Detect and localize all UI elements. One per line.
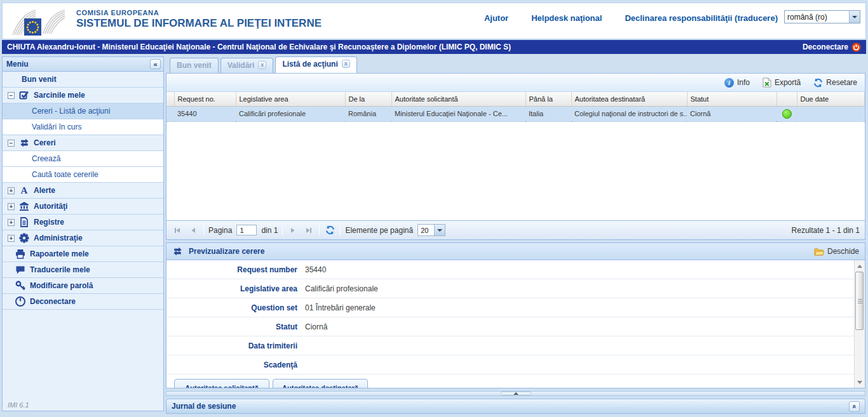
- vertical-scrollbar[interactable]: [854, 260, 865, 388]
- next-page-button[interactable]: [287, 225, 299, 236]
- expand-plus-icon[interactable]: +: [8, 235, 15, 242]
- splitter-handle[interactable]: [501, 392, 531, 395]
- pagination-bar: Pagina din 1 Elemente pe pagină 20 Rezul…: [166, 220, 865, 239]
- organization-name: COMISIA EUROPEANA: [76, 9, 322, 17]
- column-header-statut[interactable]: Statut: [687, 92, 776, 106]
- column-header-de-la[interactable]: De la: [345, 92, 391, 106]
- last-page-button[interactable]: [303, 225, 315, 236]
- tab-bar: Bun venit Validări x Listă de acţiuni x: [166, 56, 357, 73]
- session-log-bar[interactable]: Jurnal de sesiune «: [166, 399, 865, 414]
- cell-autoritatea-destinatara: Colegiul naţional de instructori de s...: [571, 106, 687, 121]
- page-title: SISTEMUL DE INFORMARE AL PIEŢEI INTERNE: [76, 17, 322, 30]
- preview-title: Previzualizare cerere: [189, 247, 264, 256]
- logout-label: Deconectare: [803, 43, 848, 51]
- chevron-down-icon[interactable]: [434, 225, 445, 235]
- green-status-icon: [782, 109, 792, 119]
- column-header-request-no[interactable]: Request no.: [174, 92, 236, 106]
- cell-status-light: [776, 106, 797, 121]
- sidebar-item-registre[interactable]: + Registre: [3, 215, 163, 230]
- column-header-autoritatea-destinatara[interactable]: Autoritatea destinatară: [571, 92, 687, 106]
- user-info-text: CHIUTA Alexandru-Ionut - Ministerul Educ…: [7, 43, 511, 51]
- page-number-input[interactable]: [236, 225, 257, 235]
- app-titles: COMISIA EUROPEANA SISTEMUL DE INFORMARE …: [76, 9, 322, 30]
- request-preview-panel: Previzualizare cerere Deschide Request n…: [166, 242, 865, 388]
- helpdesk-link[interactable]: Helpdesk naţional: [531, 13, 602, 23]
- info-button[interactable]: i Info: [724, 78, 750, 88]
- tab-validari[interactable]: Validări x: [220, 58, 274, 73]
- app-version: IMI 6.1: [8, 401, 29, 409]
- per-page-select[interactable]: 20: [417, 224, 445, 236]
- column-header-legislative-area[interactable]: Legislative area: [236, 92, 345, 106]
- transfer-arrows-icon: [18, 138, 30, 149]
- sidebar-item-administratie[interactable]: + Administraţie: [3, 230, 163, 246]
- field-legislative-area: Legislative area Calificări profesionale: [166, 279, 865, 298]
- close-icon[interactable]: x: [258, 61, 266, 69]
- power-icon: [851, 43, 861, 52]
- tab-bun-venit[interactable]: Bun venit: [170, 58, 219, 73]
- logout-button[interactable]: Deconectare: [803, 43, 861, 52]
- column-header-pana-la[interactable]: Până la: [526, 92, 571, 106]
- destination-authority-button[interactable]: Autoritatea destinatară: [273, 379, 368, 388]
- tab-lista-de-actiuni[interactable]: Listă de acţiuni x: [275, 56, 356, 73]
- sidebar-item-validari-in-curs[interactable]: Validări în curs: [3, 119, 163, 135]
- sidebar-item-creeaza[interactable]: Creează: [3, 151, 163, 167]
- results-count: Rezultate 1 - 1 din 1: [792, 226, 860, 235]
- sidebar-header: Meniu «: [3, 57, 163, 72]
- refresh-button[interactable]: [324, 225, 336, 236]
- horizontal-splitter[interactable]: [166, 391, 865, 396]
- sidebar-title: Meniu: [6, 60, 29, 69]
- requesting-authority-button[interactable]: Autoritatea solicitantă: [174, 379, 269, 388]
- transfer-arrows-icon: [172, 247, 183, 256]
- sidebar-item-modificare-parola[interactable]: Modificare parolă: [3, 278, 163, 294]
- scroll-up-icon[interactable]: [855, 261, 865, 271]
- field-statut: Statut Ciornă: [166, 317, 865, 336]
- language-value: română (ro): [785, 13, 849, 22]
- table-row[interactable]: 35440 Calificări profesionale România Mi…: [166, 106, 865, 121]
- sidebar-item-autoritati[interactable]: + Autorităţi: [3, 199, 163, 215]
- sidebar-menu: Meniu « Bun venit − Sarcinile mele Cerer…: [2, 56, 164, 411]
- collapse-up-button[interactable]: «: [849, 401, 860, 412]
- chevron-down-icon[interactable]: [849, 11, 860, 23]
- imi-application: COMISIA EUROPEANA SISTEMUL DE INFORMARE …: [0, 0, 868, 417]
- sidebar-item-bun-venit[interactable]: Bun venit: [3, 72, 163, 88]
- collapse-minus-icon[interactable]: −: [8, 140, 15, 147]
- key-icon: [15, 281, 26, 291]
- collapse-minus-icon[interactable]: −: [8, 92, 15, 99]
- previous-page-button[interactable]: [187, 225, 199, 236]
- separator: [203, 225, 204, 235]
- close-icon[interactable]: x: [342, 60, 350, 68]
- expand-plus-icon[interactable]: +: [8, 203, 15, 210]
- cell-legislative-area: Calificări profesionale: [236, 106, 345, 121]
- column-header-autoritate-solicitanta[interactable]: Autoritate solicitantă: [391, 92, 526, 106]
- help-link[interactable]: Ajutor: [484, 13, 508, 23]
- sidebar-item-sarcinile-mele[interactable]: − Sarcinile mele: [3, 88, 163, 103]
- export-button[interactable]: Exportă: [763, 77, 801, 88]
- excel-export-icon: [763, 77, 771, 88]
- reset-button[interactable]: Resetare: [813, 78, 857, 88]
- grid-header-row: Request no. Legislative area De la Autor…: [166, 92, 865, 106]
- sidebar-item-cauta-toate-cererile[interactable]: Caută toate cererile: [3, 167, 163, 183]
- expand-plus-icon[interactable]: +: [8, 219, 15, 226]
- sidebar-item-deconectare[interactable]: Deconectare: [3, 294, 163, 310]
- reset-icon: [813, 78, 823, 88]
- sidebar-item-cereri[interactable]: − Cereri: [3, 135, 163, 151]
- open-folder-icon: [814, 248, 824, 256]
- sidebar-item-cereri-lista-actiuni[interactable]: Cereri - Listă de acţiuni: [3, 103, 163, 119]
- preview-body: Request number 35440 Legislative area Ca…: [166, 260, 865, 388]
- expand-plus-icon[interactable]: +: [8, 187, 15, 194]
- sidebar-collapse-button[interactable]: «: [150, 59, 161, 69]
- page-label: Pagina: [208, 226, 232, 235]
- sidebar-item-rapoartele-mele[interactable]: Rapoartele mele: [3, 246, 163, 262]
- first-page-button[interactable]: [172, 225, 183, 236]
- sidebar-item-alerte[interactable]: + A Alerte: [3, 183, 163, 199]
- cell-request-no: 35440: [174, 106, 236, 121]
- scroll-down-icon[interactable]: [855, 377, 865, 387]
- scrollbar-thumb[interactable]: [855, 272, 864, 330]
- disclaimer-link[interactable]: Declinarea responsabilităţii (traducere): [625, 13, 778, 23]
- sidebar-item-traducerile-mele[interactable]: Traducerile mele: [3, 262, 163, 278]
- open-button[interactable]: Deschide: [814, 247, 859, 256]
- column-header-due-date[interactable]: Due date: [797, 92, 865, 106]
- field-data-trimiterii: Data trimiterii: [166, 336, 865, 355]
- language-select[interactable]: română (ro): [784, 10, 860, 23]
- app-header: COMISIA EUROPEANA SISTEMUL DE INFORMARE …: [2, 3, 866, 39]
